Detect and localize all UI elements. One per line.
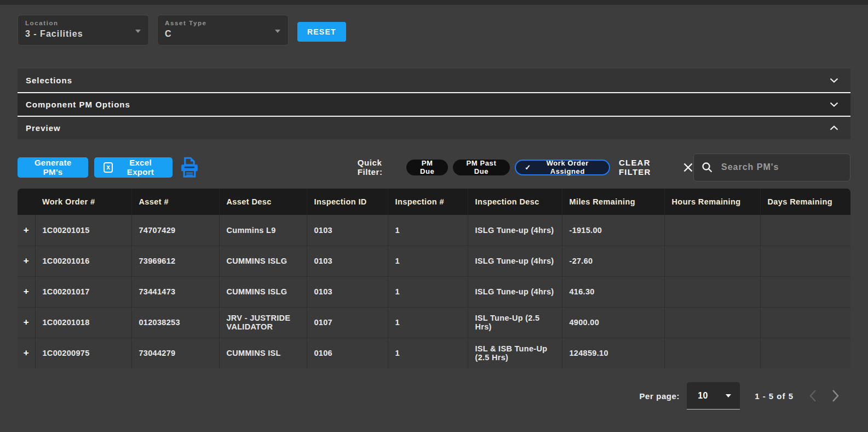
cell-asset-desc: CUMMINS ISLG <box>219 246 307 276</box>
column-header-inspection-num[interactable]: Inspection # <box>388 189 468 215</box>
accordion-section-selections[interactable]: Selections <box>18 69 850 92</box>
caret-down-icon <box>275 30 280 33</box>
cell-miles-remaining: 4900.00 <box>562 307 664 338</box>
table-row: +1C0020097573044279CUMMINS ISL01061ISL &… <box>18 338 850 368</box>
caret-down-icon <box>135 30 141 33</box>
accordion-label: Selections <box>26 76 72 85</box>
cell-inspection-desc: ISLG Tune-up (4hrs) <box>468 276 562 307</box>
cell-hours-remaining <box>664 246 760 276</box>
column-header-work-order[interactable]: Work Order # <box>35 189 131 215</box>
cell-work-order: 1C00201016 <box>35 246 131 276</box>
cell-work-order: 1C00201015 <box>35 215 131 246</box>
asset-type-label: Asset Type <box>165 20 272 26</box>
search-box <box>693 154 850 181</box>
pill-work-order-assigned[interactable]: ✓ Work Order Assigned <box>515 160 610 175</box>
cell-inspection-id: 0103 <box>307 215 388 246</box>
cell-asset: 73441473 <box>131 276 219 307</box>
excel-export-label: Excel Export <box>118 158 163 177</box>
page-range-label: 1 - 5 of 5 <box>755 391 794 401</box>
cell-asset: 73044279 <box>131 338 219 368</box>
search-input[interactable] <box>720 162 842 173</box>
excel-export-button[interactable]: x Excel Export <box>94 157 172 178</box>
cell-inspection-id: 0106 <box>307 338 388 368</box>
cell-hours-remaining <box>664 338 760 368</box>
location-select[interactable]: Location 3 - Facilities <box>18 15 149 46</box>
cell-inspection-num: 1 <box>388 338 468 368</box>
chevron-down-icon <box>830 102 838 107</box>
cell-miles-remaining: 124859.10 <box>562 338 664 368</box>
chevron-down-icon <box>830 78 838 83</box>
print-icon[interactable] <box>179 156 200 179</box>
cell-inspection-desc: ISLG Tune-up (4hrs) <box>468 215 562 246</box>
table-body: +1C0020101574707429Cummins L901031ISLG T… <box>18 215 850 368</box>
cell-asset-desc: CUMMINS ISL <box>219 338 307 368</box>
column-header-asset-desc[interactable]: Asset Desc <box>219 189 307 215</box>
table-row: +1C0020101673969612CUMMINS ISLG01031ISLG… <box>18 246 850 276</box>
cell-inspection-id: 0103 <box>307 246 388 276</box>
column-header-miles-remaining[interactable]: Miles Remaining <box>562 189 664 215</box>
column-header-asset[interactable]: Asset # <box>131 189 219 215</box>
column-header-hours-remaining[interactable]: Hours Remaining <box>664 189 760 215</box>
cell-asset-desc: Cummins L9 <box>219 215 307 246</box>
top-edge <box>0 0 868 5</box>
expand-column-header <box>18 189 35 215</box>
cell-hours-remaining <box>664 276 760 307</box>
clear-filter-button[interactable]: CLEAR FILTER <box>619 158 675 177</box>
preview-toolbar: Generate PM's x Excel Export Quick Filte… <box>18 153 850 181</box>
cell-work-order: 1C00200975 <box>35 338 131 368</box>
caret-down-icon <box>726 394 731 397</box>
table-row: +1C0020101773441473CUMMINS ISLG01031ISLG… <box>18 276 850 307</box>
previous-page-icon[interactable] <box>809 389 817 402</box>
pill-pm-past-due[interactable]: PM Past Due <box>453 160 510 175</box>
pill-label: PM Due <box>415 159 439 175</box>
accordion-section-component-pm-options[interactable]: Component PM Options <box>18 92 850 116</box>
cell-days-remaining <box>760 246 850 276</box>
reset-button[interactable]: RESET <box>297 22 346 42</box>
close-icon[interactable] <box>683 162 693 173</box>
cell-days-remaining <box>760 307 850 338</box>
pagination-bar: Per page: 10 1 - 5 of 5 <box>18 382 850 410</box>
table-row: +1C00201018012038253JRV - JUSTRIDE VALID… <box>18 307 850 338</box>
pill-pm-due[interactable]: PM Due <box>406 160 447 175</box>
pill-label: Work Order Assigned <box>535 159 600 175</box>
search-icon <box>702 162 713 173</box>
column-header-inspection-desc[interactable]: Inspection Desc <box>468 189 562 215</box>
row-expand-button[interactable]: + <box>18 246 35 276</box>
location-value: 3 - Facilities <box>25 29 132 39</box>
row-expand-button[interactable]: + <box>18 307 35 338</box>
cell-inspection-desc: ISLG Tune-up (4hrs) <box>468 246 562 276</box>
cell-work-order: 1C00201017 <box>35 276 131 307</box>
column-header-inspection-id[interactable]: Inspection ID <box>307 189 388 215</box>
quick-filter-group: Quick Filter: PM Due PM Past Due ✓ Work … <box>358 158 693 177</box>
per-page-select[interactable]: 10 <box>687 382 740 410</box>
next-page-icon[interactable] <box>832 389 840 402</box>
column-header-days-remaining[interactable]: Days Remaining <box>760 189 850 215</box>
cell-miles-remaining: -27.60 <box>562 246 664 276</box>
table-header-row: Work Order #Asset #Asset DescInspection … <box>18 189 850 215</box>
row-expand-button[interactable]: + <box>18 338 35 368</box>
cell-asset: 012038253 <box>131 307 219 338</box>
per-page-value: 10 <box>698 391 708 401</box>
generate-pms-button[interactable]: Generate PM's <box>18 157 88 178</box>
table-row: +1C0020101574707429Cummins L901031ISLG T… <box>18 215 850 246</box>
row-expand-button[interactable]: + <box>18 215 35 246</box>
cell-asset: 73969612 <box>131 246 219 276</box>
location-label: Location <box>25 20 132 26</box>
accordion-label: Preview <box>26 123 61 133</box>
cell-miles-remaining: 416.30 <box>562 276 664 307</box>
cell-days-remaining <box>760 215 850 246</box>
cell-inspection-num: 1 <box>388 246 468 276</box>
pm-preview-table: Work Order #Asset #Asset DescInspection … <box>18 189 850 368</box>
cell-days-remaining <box>760 338 850 368</box>
per-page-label: Per page: <box>639 391 680 401</box>
cell-hours-remaining <box>664 307 760 338</box>
row-expand-button[interactable]: + <box>18 276 35 307</box>
accordion-section-preview[interactable]: Preview <box>18 116 850 139</box>
accordion: Selections Component PM Options Preview <box>18 69 850 139</box>
filter-bar: Location 3 - Facilities Asset Type C RES… <box>18 15 850 46</box>
cell-inspection-num: 1 <box>388 215 468 246</box>
asset-type-value: C <box>165 29 272 39</box>
asset-type-select[interactable]: Asset Type C <box>157 15 289 46</box>
cell-asset-desc: CUMMINS ISLG <box>219 276 307 307</box>
pill-label: PM Past Due <box>462 159 501 175</box>
